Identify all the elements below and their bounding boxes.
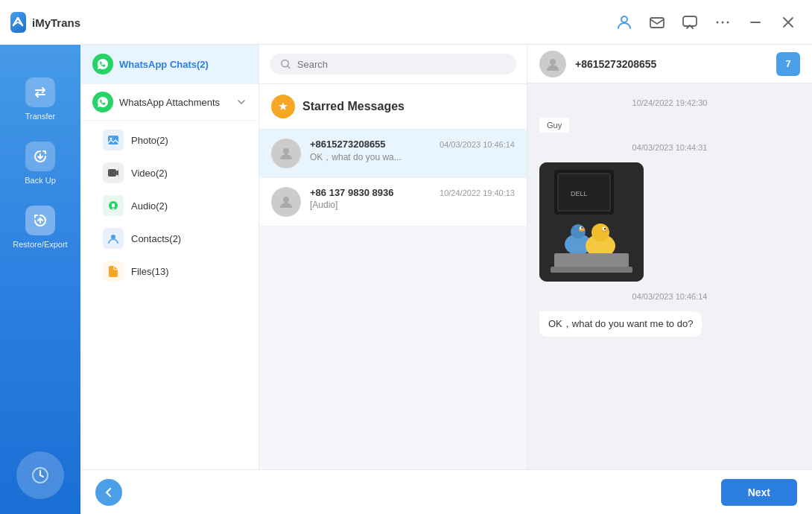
next-button[interactable]: Next bbox=[721, 479, 797, 506]
name-label: Guy bbox=[539, 118, 569, 133]
app-logo: iMyTrans bbox=[0, 0, 80, 45]
files-label: Files(13) bbox=[131, 266, 169, 277]
restore-icon-bg bbox=[25, 206, 55, 235]
svg-point-24 bbox=[581, 227, 583, 229]
message-item[interactable]: +86 137 9830 8936 10/24/2022 19:40:13 [A… bbox=[259, 178, 527, 226]
menu-icon[interactable] bbox=[711, 10, 735, 34]
svg-point-13 bbox=[283, 148, 289, 154]
message-time: 04/03/2023 10:46:14 bbox=[440, 140, 515, 149]
logo-icon bbox=[10, 12, 26, 33]
chat-timestamp: 04/03/2023 10:46:14 bbox=[539, 292, 800, 301]
svg-point-4 bbox=[717, 21, 719, 23]
sidebar-item-transfer[interactable]: Transfer bbox=[0, 67, 80, 131]
svg-rect-7 bbox=[108, 136, 118, 145]
sidebar-nav: Transfer Back Up bbox=[0, 67, 80, 259]
sidebar-item-label: Back Up bbox=[25, 176, 56, 185]
svg-text:DELL: DELL bbox=[571, 190, 588, 197]
chat-name: +8615273208655 bbox=[575, 58, 767, 70]
video-item[interactable]: Video(2) bbox=[80, 156, 258, 189]
audio-label: Audio(2) bbox=[131, 200, 168, 212]
contacts-label: Contacts(2) bbox=[131, 233, 181, 244]
svg-point-15 bbox=[550, 59, 556, 65]
svg-point-21 bbox=[571, 224, 586, 239]
message-top: +8615273208655 04/03/2023 10:46:14 bbox=[310, 139, 515, 150]
chat-bubble-row: Guy bbox=[539, 118, 800, 133]
starred-header: Starred Messages bbox=[259, 84, 527, 130]
bottom-bar: Next bbox=[80, 469, 812, 514]
search-input[interactable] bbox=[297, 59, 506, 70]
message-item[interactable]: +8615273208655 04/03/2023 10:46:14 OK，wh… bbox=[259, 130, 527, 178]
sidebar-item-restore[interactable]: Restore/Export bbox=[0, 195, 80, 259]
chevron-down-icon bbox=[236, 97, 247, 107]
chat-avatar bbox=[539, 51, 566, 77]
panel-right: +8615273208655 7 10/24/2022 19:42:30 Guy… bbox=[527, 45, 812, 469]
panels: WhatsApp Chats(2) WhatsApp Attachments bbox=[80, 45, 812, 469]
calendar-icon[interactable]: 7 bbox=[776, 52, 800, 76]
files-item[interactable]: Files(13) bbox=[80, 255, 258, 288]
whatsapp-attachments-label: WhatsApp Attachments bbox=[119, 97, 230, 108]
svg-point-29 bbox=[604, 228, 606, 229]
whatsapp-chats-item[interactable]: WhatsApp Chats(2) bbox=[92, 54, 247, 74]
panel-left: WhatsApp Chats(2) WhatsApp Attachments bbox=[80, 45, 259, 469]
close-icon[interactable] bbox=[776, 10, 800, 34]
svg-rect-30 bbox=[554, 253, 629, 268]
chat-timestamp: 10/24/2022 19:42:30 bbox=[539, 98, 800, 107]
message-time: 10/24/2022 19:40:13 bbox=[440, 188, 515, 197]
contacts-item[interactable]: Contacts(2) bbox=[80, 222, 258, 255]
whatsapp-chats-label: WhatsApp Chats(2) bbox=[119, 59, 209, 70]
svg-point-8 bbox=[110, 138, 112, 140]
avatar bbox=[271, 187, 301, 217]
sub-items: Photo(2) Video(2) bbox=[80, 121, 258, 291]
photo-label: Photo(2) bbox=[131, 135, 168, 146]
audio-icon bbox=[103, 195, 124, 216]
sidebar-item-label: Transfer bbox=[25, 112, 56, 121]
backup-icon-bg bbox=[25, 142, 55, 171]
search-wrap[interactable] bbox=[270, 54, 516, 74]
avatar bbox=[271, 139, 301, 168]
contacts-icon bbox=[103, 228, 124, 249]
audio-item[interactable]: Audio(2) bbox=[80, 189, 258, 222]
svg-rect-3 bbox=[683, 16, 697, 26]
transfer-icon-bg bbox=[25, 77, 55, 107]
photo-icon bbox=[103, 130, 124, 150]
message-preview: OK，what do you wa... bbox=[310, 151, 515, 164]
chat-body: 10/24/2022 19:42:30 Guy 04/03/2023 10:44… bbox=[527, 83, 812, 469]
svg-rect-2 bbox=[650, 18, 664, 28]
chat-header: +8615273208655 7 bbox=[527, 45, 812, 83]
message-name: +8615273208655 bbox=[310, 139, 386, 150]
svg-point-5 bbox=[722, 21, 724, 23]
chat-bubble-row: DELL bbox=[539, 162, 800, 282]
sidebar-bottom bbox=[16, 451, 64, 499]
back-button[interactable] bbox=[95, 479, 122, 506]
main-content: WhatsApp Chats(2) WhatsApp Attachments bbox=[80, 0, 812, 514]
svg-point-14 bbox=[283, 197, 289, 203]
attachments-icon bbox=[92, 92, 113, 112]
message-info: +8615273208655 04/03/2023 10:46:14 OK，wh… bbox=[310, 139, 515, 164]
sidebar: iMyTrans Transfer bbox=[0, 0, 80, 514]
search-icon bbox=[280, 58, 291, 70]
message-name: +86 137 9830 8936 bbox=[310, 187, 393, 198]
message-preview: [Audio] bbox=[310, 200, 515, 210]
chat-bubble-row: OK，what do you want me to do? bbox=[539, 311, 800, 337]
minimize-icon[interactable] bbox=[743, 10, 767, 34]
mail-icon[interactable] bbox=[645, 10, 669, 34]
svg-point-1 bbox=[621, 16, 627, 22]
chat-bubble: OK，what do you want me to do? bbox=[539, 311, 702, 337]
app-title: iMyTrans bbox=[32, 16, 80, 29]
svg-rect-31 bbox=[551, 267, 632, 273]
whatsapp-attachments-item[interactable]: WhatsApp Attachments bbox=[80, 84, 258, 121]
sidebar-item-backup[interactable]: Back Up bbox=[0, 131, 80, 195]
photo-item[interactable]: Photo(2) bbox=[80, 124, 258, 156]
chat-image: DELL bbox=[539, 162, 644, 282]
svg-point-11 bbox=[111, 235, 115, 239]
video-icon bbox=[103, 162, 124, 183]
whatsapp-chats-header[interactable]: WhatsApp Chats(2) bbox=[80, 45, 258, 84]
title-bar-right bbox=[612, 10, 800, 34]
svg-rect-9 bbox=[108, 169, 116, 177]
search-bar bbox=[259, 45, 527, 84]
chat-icon[interactable] bbox=[678, 10, 702, 34]
panel-mid: Starred Messages +8615273 bbox=[259, 45, 527, 469]
message-top: +86 137 9830 8936 10/24/2022 19:40:13 bbox=[310, 187, 515, 198]
user-icon[interactable] bbox=[612, 10, 636, 34]
files-icon bbox=[103, 261, 124, 282]
